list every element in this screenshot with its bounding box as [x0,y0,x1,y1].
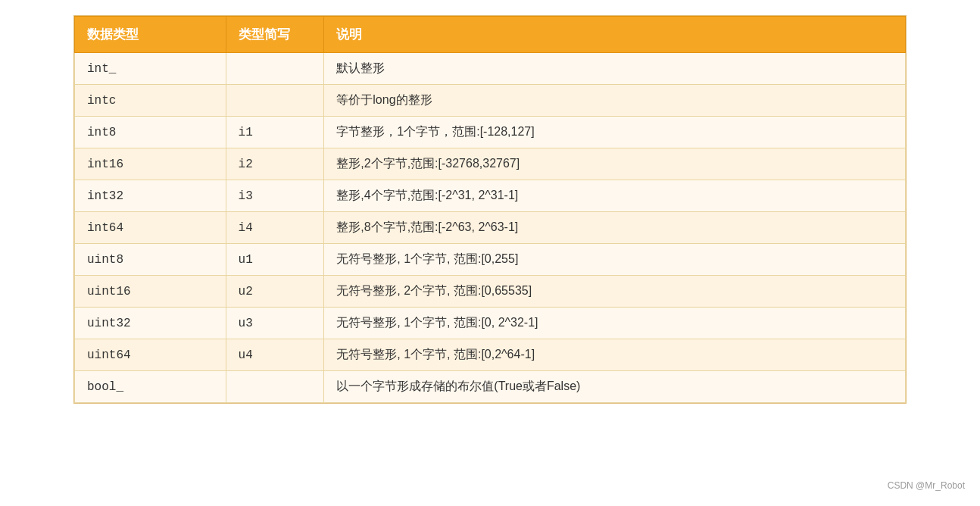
table-row: uint16u2无符号整形, 2个字节, 范围:[0,65535] [75,276,906,308]
table-row: uint32u3无符号整形, 1个字节, 范围:[0, 2^32-1] [75,308,906,339]
cell-type: uint8 [75,244,226,276]
cell-desc: 整形,8个字节,范围:[-2^63, 2^63-1] [324,212,906,244]
table-row: uint8u1无符号整形, 1个字节, 范围:[0,255] [75,244,906,276]
table-header-row: 数据类型 类型简写 说明 [75,17,906,53]
table-row: intc等价于long的整形 [75,85,906,117]
cell-type: uint32 [75,308,226,339]
cell-type: int32 [75,180,226,212]
table-body: int_默认整形intc等价于long的整形int8i1字节整形，1个字节，范围… [75,53,906,403]
cell-short: i1 [226,117,324,148]
cell-short: i4 [226,212,324,244]
cell-desc: 以一个字节形成存储的布尔值(True或者False) [324,371,906,403]
table-row: int8i1字节整形，1个字节，范围:[-128,127] [75,117,906,148]
cell-desc: 无符号整形, 1个字节, 范围:[0, 2^32-1] [324,308,906,339]
watermark-label: CSDN @Mr_Robot [888,480,965,491]
cell-desc: 默认整形 [324,53,906,85]
table-row: int16i2整形,2个字节,范围:[-32768,32767] [75,148,906,180]
cell-desc: 整形,2个字节,范围:[-32768,32767] [324,148,906,180]
cell-desc: 无符号整形, 2个字节, 范围:[0,65535] [324,276,906,308]
table-row: int32i3整形,4个字节,范围:[-2^31, 2^31-1] [75,180,906,212]
cell-desc: 等价于long的整形 [324,85,906,117]
cell-short: i2 [226,148,324,180]
cell-type: uint64 [75,339,226,371]
cell-type: intc [75,85,226,117]
cell-short [226,53,324,85]
cell-short: i3 [226,180,324,212]
cell-type: uint16 [75,276,226,308]
cell-type: int16 [75,148,226,180]
header-col-short: 类型简写 [226,17,324,53]
page-wrapper: 数据类型 类型简写 说明 int_默认整形intc等价于long的整形int8i… [0,0,980,506]
cell-desc: 字节整形，1个字节，范围:[-128,127] [324,117,906,148]
cell-type: bool_ [75,371,226,403]
cell-desc: 无符号整形, 1个字节, 范围:[0,255] [324,244,906,276]
cell-short [226,85,324,117]
header-col-type: 数据类型 [75,17,226,53]
table-row: int64i4整形,8个字节,范围:[-2^63, 2^63-1] [75,212,906,244]
data-table: 数据类型 类型简写 说明 int_默认整形intc等价于long的整形int8i… [74,16,906,403]
header-col-desc: 说明 [324,17,906,53]
cell-desc: 无符号整形, 1个字节, 范围:[0,2^64-1] [324,339,906,371]
table-row: bool_以一个字节形成存储的布尔值(True或者False) [75,371,906,403]
cell-short [226,371,324,403]
cell-desc: 整形,4个字节,范围:[-2^31, 2^31-1] [324,180,906,212]
data-table-container: 数据类型 类型简写 说明 int_默认整形intc等价于long的整形int8i… [73,15,907,404]
cell-short: u3 [226,308,324,339]
cell-type: int_ [75,53,226,85]
table-row: int_默认整形 [75,53,906,85]
table-row: uint64u4无符号整形, 1个字节, 范围:[0,2^64-1] [75,339,906,371]
cell-type: int64 [75,212,226,244]
cell-type: int8 [75,117,226,148]
cell-short: u4 [226,339,324,371]
cell-short: u1 [226,244,324,276]
cell-short: u2 [226,276,324,308]
